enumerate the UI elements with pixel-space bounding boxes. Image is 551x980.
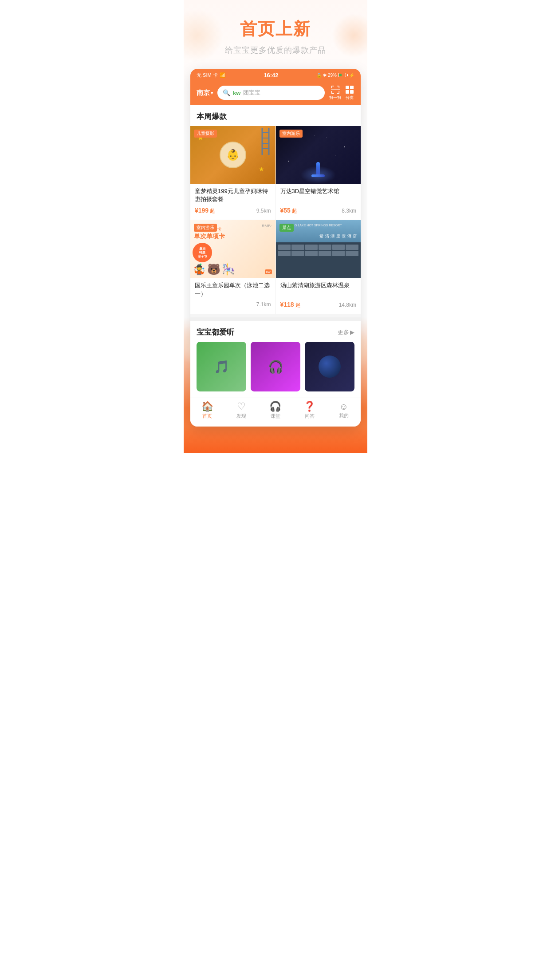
product-card-2[interactable]: 室内游乐 xyxy=(276,126,361,220)
product-grid: 儿童摄影 ★ ★ 👶 xyxy=(190,126,361,314)
svg-rect-7 xyxy=(338,91,339,94)
svg-rect-5 xyxy=(331,91,332,94)
product-info-1: 童梦精灵199元儿童孕妈咪特惠拍摄套餐 ¥199 起 9.5km xyxy=(190,184,276,214)
nav-label-qa: 问答 xyxy=(305,413,315,419)
battery-fill xyxy=(339,74,342,76)
more-label: 更多 xyxy=(338,328,349,336)
nav-item-discover[interactable]: ♡ 发现 xyxy=(224,402,259,419)
battery-icon xyxy=(338,73,348,77)
space-glow xyxy=(300,166,336,184)
audio-header: 宝宝都爱听 更多 ▶ xyxy=(190,321,361,342)
resort-window-2 xyxy=(291,245,304,250)
audio-item-2[interactable]: 🎧 xyxy=(251,342,300,391)
nav-location-button[interactable]: 南京 ▾ xyxy=(197,89,213,97)
product-price-row-1: ¥199 起 9.5km xyxy=(195,207,271,214)
home-icon: 🏠 xyxy=(201,402,213,411)
nav-item-qa[interactable]: ❓ 问答 xyxy=(292,402,327,419)
star-deco-2: ★ xyxy=(259,166,264,173)
resort-window-1 xyxy=(278,245,291,250)
hot-section: 本周爆款 儿童摄影 ★ ★ 👶 xyxy=(190,105,361,314)
product-price-4: ¥118 起 xyxy=(280,301,300,308)
svg-rect-1 xyxy=(331,86,332,88)
more-arrow-icon: ▶ xyxy=(350,329,354,336)
ladder-deco xyxy=(260,128,271,157)
page-wrapper: 首页上新 给宝宝更多优质的爆款产品 无 SIM 卡 📶 16:42 🔒 ✱ 29… xyxy=(184,0,367,453)
resort-window-12 xyxy=(346,251,358,256)
svg-rect-9 xyxy=(346,86,349,89)
profile-icon: ☺ xyxy=(339,402,348,411)
product-card-4[interactable]: 景点 G LAKE HOT SPRINGS RESORT 紫 清 湖 度 假 酒… xyxy=(276,220,361,314)
location-text: 南京 xyxy=(197,89,210,97)
wifi-icon: 📶 xyxy=(220,72,226,78)
product-image-1: 儿童摄影 ★ ★ 👶 xyxy=(190,126,276,184)
kw-badge: kw xyxy=(265,269,272,274)
audio-icon-1: 🎵 xyxy=(214,360,229,374)
product-tag-3: 室内游乐 xyxy=(194,224,217,232)
qa-icon: ❓ xyxy=(303,402,315,411)
audio-section-title: 宝宝都爱听 xyxy=(197,327,234,337)
nav-label-home: 首页 xyxy=(202,413,212,419)
bluetooth-icon: ✱ xyxy=(323,73,327,78)
product-price-row-2: ¥55 起 8.3km xyxy=(280,207,357,214)
more-button[interactable]: 更多 ▶ xyxy=(338,328,354,336)
product-tag-4: 景点 xyxy=(279,224,294,232)
product-info-2: 万达3D星空错觉艺术馆 ¥55 起 8.3km xyxy=(276,184,361,214)
product-card-1[interactable]: 儿童摄影 ★ ★ 👶 xyxy=(190,126,276,220)
audio-icon-2: 🎧 xyxy=(268,360,283,374)
product-info-4: 汤山紫清湖旅游区森林温泉 ¥118 起 14.8km xyxy=(276,278,361,308)
battery-tip xyxy=(347,74,348,76)
course-icon: 🎧 xyxy=(269,402,281,411)
product-price-1: ¥199 起 xyxy=(195,207,215,214)
svg-rect-11 xyxy=(346,90,349,94)
nav-item-profile[interactable]: ☺ 我的 xyxy=(327,402,361,419)
nav-label-course: 课堂 xyxy=(271,413,280,419)
scan-button[interactable]: 扫一扫 xyxy=(329,85,341,101)
audio-item-3[interactable] xyxy=(305,342,354,391)
resort-window-4 xyxy=(319,245,331,250)
kw-logo: kw xyxy=(233,90,240,96)
main-content: 本周爆款 儿童摄影 ★ ★ 👶 xyxy=(190,105,361,427)
audio-item-1[interactable]: 🎵 xyxy=(197,342,246,391)
scan-icon xyxy=(331,85,340,95)
carrier-text: 无 SIM 卡 xyxy=(197,72,218,79)
category-button[interactable]: 分类 xyxy=(345,85,354,101)
audio-section: 宝宝都爱听 更多 ▶ 🎵 🎧 xyxy=(190,321,361,398)
resort-windows xyxy=(278,245,359,256)
product-distance-1: 9.5km xyxy=(256,208,271,214)
nav-label-discover: 发现 xyxy=(236,413,246,419)
nav-item-home[interactable]: 🏠 首页 xyxy=(190,402,224,419)
nav-item-course[interactable]: 🎧 课堂 xyxy=(259,402,293,419)
price-unit-2: 起 xyxy=(291,208,297,213)
product-tag-1: 儿童摄影 xyxy=(194,130,217,138)
resort-window-5 xyxy=(332,245,345,250)
search-bar[interactable]: 🔍 kw 团宝宝 xyxy=(217,86,325,100)
resort-window-6 xyxy=(346,245,358,250)
product-tag-2: 室内游乐 xyxy=(279,130,303,138)
resort-sign: G LAKE HOT SPRINGS RESORT xyxy=(295,224,342,227)
product-image-2: 室内游乐 xyxy=(276,126,361,184)
price-unit-1: 起 xyxy=(209,208,215,213)
product-distance-3: 7.1km xyxy=(256,301,271,308)
svg-rect-8 xyxy=(331,90,340,90)
svg-rect-3 xyxy=(338,86,339,88)
product-image-4: 景点 G LAKE HOT SPRINGS RESORT 紫 清 湖 度 假 酒… xyxy=(276,220,361,278)
status-left: 无 SIM 卡 📶 xyxy=(197,72,226,79)
audio-planet xyxy=(319,356,341,378)
nav-label-profile: 我的 xyxy=(339,412,349,419)
product-image-3: 室内游乐 RMB: 童乐园服务卡 单次单项卡 🤹 🐻 🎠 xyxy=(190,220,276,278)
playground-rmb: RMB: xyxy=(262,224,272,228)
search-icon: 🔍 xyxy=(223,89,230,96)
audio-items-row: 🎵 🎧 xyxy=(190,342,361,398)
phone-frame: 无 SIM 卡 📶 16:42 🔒 ✱ 29% ⚡ 南京 xyxy=(190,69,361,427)
category-label: 分类 xyxy=(346,95,354,101)
resort-chinese-sign: 紫 清 湖 度 假 酒 店 xyxy=(279,233,358,239)
battery-percent: 29% xyxy=(328,73,337,78)
status-time: 16:42 xyxy=(264,72,278,79)
category-icon xyxy=(345,85,354,95)
product-name-2: 万达3D星空错觉艺术馆 xyxy=(280,187,357,203)
product-name-1: 童梦精灵199元儿童孕妈咪特惠拍摄套餐 xyxy=(195,187,271,203)
resort-window-10 xyxy=(319,251,331,256)
navbar: 南京 ▾ 🔍 kw 团宝宝 xyxy=(190,81,361,105)
product-card-3[interactable]: 室内游乐 RMB: 童乐园服务卡 单次单项卡 🤹 🐻 🎠 xyxy=(190,220,276,314)
resort-window-11 xyxy=(332,251,345,256)
